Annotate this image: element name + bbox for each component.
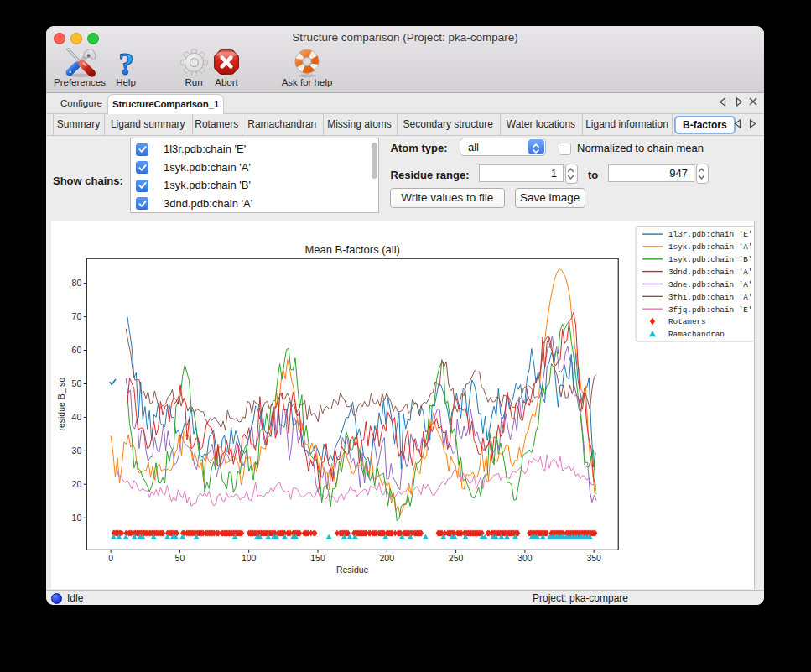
svg-text:Residue: Residue bbox=[336, 565, 369, 575]
svg-text:300: 300 bbox=[517, 553, 533, 563]
svg-text:10: 10 bbox=[72, 513, 82, 523]
svg-text:250: 250 bbox=[449, 553, 464, 563]
svg-text:20: 20 bbox=[72, 479, 82, 489]
svg-text:200: 200 bbox=[380, 553, 395, 563]
svg-text:50: 50 bbox=[175, 553, 185, 563]
svg-text:?: ? bbox=[118, 48, 134, 77]
svg-text:3fhi.pdb:chain 'A': 3fhi.pdb:chain 'A' bbox=[668, 293, 752, 302]
svg-text:70: 70 bbox=[72, 311, 82, 321]
svg-text:100: 100 bbox=[242, 553, 257, 563]
svg-text:40: 40 bbox=[72, 412, 82, 422]
svg-text:Ramachandran: Ramachandran bbox=[668, 330, 725, 339]
svg-text:3dnd.pdb:chain 'A': 3dnd.pdb:chain 'A' bbox=[668, 268, 752, 277]
svg-text:60: 60 bbox=[72, 345, 82, 355]
svg-text:Rotamers: Rotamers bbox=[668, 317, 706, 326]
svg-text:residue B_iso: residue B_iso bbox=[56, 378, 66, 431]
svg-text:1syk.pdb:chain 'B': 1syk.pdb:chain 'B' bbox=[668, 255, 752, 264]
svg-text:3dne.pdb:chain 'A': 3dne.pdb:chain 'A' bbox=[668, 280, 752, 289]
svg-text:350: 350 bbox=[586, 553, 601, 563]
svg-text:50: 50 bbox=[72, 378, 82, 388]
svg-text:3fjq.pdb:chain 'E': 3fjq.pdb:chain 'E' bbox=[668, 305, 752, 315]
svg-text:1syk.pdb:chain 'A': 1syk.pdb:chain 'A' bbox=[668, 242, 752, 252]
svg-text:150: 150 bbox=[310, 553, 325, 563]
svg-text:Mean B-factors (all): Mean B-factors (all) bbox=[304, 243, 399, 256]
svg-text:30: 30 bbox=[72, 445, 82, 456]
svg-text:0: 0 bbox=[108, 553, 113, 563]
svg-text:1l3r.pdb:chain 'E': 1l3r.pdb:chain 'E' bbox=[668, 230, 752, 239]
svg-text:80: 80 bbox=[72, 278, 82, 288]
